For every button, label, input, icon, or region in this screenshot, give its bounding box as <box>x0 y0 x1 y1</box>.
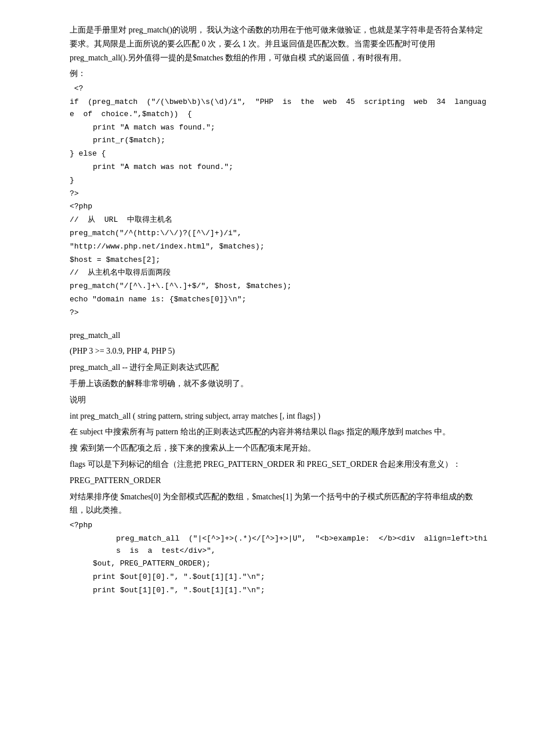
example-label: 例： <box>70 67 488 81</box>
code-line-if: if (preg_match ("/(\bweb\b)\s(\d)/i", "P… <box>70 96 488 121</box>
code-line-php-open: <? <box>70 83 488 95</box>
code2-preg2: preg_match("/[^\.]+\.[^\.]+$/", $host, $… <box>70 280 488 293</box>
code-line-php-close1: ?> <box>70 188 488 200</box>
preg-pattern-order-desc: 对结果排序使 $matches[0] 为全部模式匹配的数组，$matches[1… <box>70 490 488 518</box>
code-line-print2: print "A match was not found."; <box>70 161 488 174</box>
func2-version: (PHP 3 >= 3.0.9, PHP 4, PHP 5) <box>70 344 488 358</box>
code2-url: "http://www.php.net/index.html", $matche… <box>70 241 488 253</box>
code2-host: $host = $matches[2]; <box>70 254 488 267</box>
code-line-else: } else { <box>70 148 488 160</box>
code-block-2: <?php // 从 URL 中取得主机名 preg_match("/^(htt… <box>70 201 488 319</box>
code2-close: ?> <box>70 307 488 319</box>
code2-comment2: // 从主机名中取得后面两段 <box>70 267 488 279</box>
code3-print2: print $out[1][0].", ".$out[1][1]."\n"; <box>70 585 488 597</box>
code-block-3: <?php preg_match_all ("|<[^>]+>(.*)</[^>… <box>70 520 488 597</box>
code2-open: <?php <box>70 201 488 213</box>
code3-out: $out, PREG_PATTERN_ORDER); <box>70 558 488 570</box>
intro-paragraph: 上面是手册里对 preg_match()的说明， 我认为这个函数的功用在于他可做… <box>70 23 488 64</box>
func2-signature: int preg_match_all ( string pattern, str… <box>70 409 488 423</box>
code-line-print-r: print_r($match); <box>70 135 488 147</box>
code-line-print1: print "A match was found."; <box>70 122 488 134</box>
shuo-ming: 说明 <box>70 393 488 407</box>
code2-comment1: // 从 URL 中取得主机名 <box>70 214 488 226</box>
code-line-close-brace: } <box>70 175 488 187</box>
page-container: 上面是手册里对 preg_match()的说明， 我认为这个函数的功用在于他可做… <box>0 0 534 756</box>
func2-detail2: 搜 索到第一个匹配项之后，接下来的搜索从上一个匹配项末尾开始。 <box>70 441 488 455</box>
func2-desc: preg_match_all -- 进行全局正则表达式匹配 <box>70 361 488 375</box>
preg-pattern-order-title: PREG_PATTERN_ORDER <box>70 474 488 488</box>
code2-preg1: preg_match("/^(http:\/\/)?([^\/]+)/i", <box>70 228 488 240</box>
func2-flags-intro: flags 可以是下列标记的组合（注意把 PREG_PATTERN_ORDER … <box>70 458 488 471</box>
code3-open: <?php <box>70 520 488 532</box>
code-block-1: <? if (preg_match ("/(\bweb\b)\s(\d)/i",… <box>70 83 488 200</box>
func2-name: preg_match_all <box>70 329 488 343</box>
code2-echo: echo "domain name is: {$matches[0]}\n"; <box>70 294 488 306</box>
code3-preg: preg_match_all ("|<[^>]+>(.*)</[^>]+>|U"… <box>70 533 488 557</box>
func2-note: 手册上该函数的解释非常明确，就不多做说明了。 <box>70 377 488 391</box>
blank-line-1 <box>70 321 488 329</box>
func2-detail1: 在 subject 中搜索所有与 pattern 给出的正则表达式匹配的内容并将… <box>70 425 488 439</box>
code3-print1: print $out[0][0].", ".$out[1][1]."\n"; <box>70 571 488 584</box>
